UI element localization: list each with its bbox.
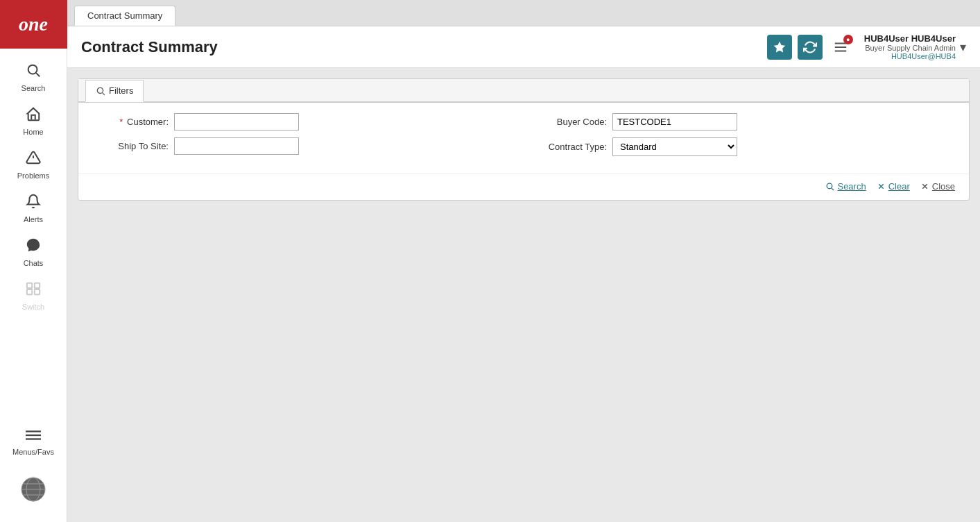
sidebar-item-switch[interactable]: Switch	[0, 274, 67, 318]
user-details: HUB4User HUB4User Buyer Supply Chain Adm…	[864, 33, 956, 60]
ship-to-site-input[interactable]	[174, 137, 299, 155]
sidebar-menus-label: Menus/Favs	[12, 448, 54, 456]
sidebar-search-label: Search	[22, 84, 46, 92]
right-column: Buyer Code: TESTCODE1 Contract Type: Sta…	[531, 113, 955, 156]
sidebar-item-home[interactable]: Home	[0, 99, 67, 143]
notification-badge: ●	[843, 35, 853, 44]
switch-icon	[26, 281, 41, 301]
contract-type-row: Contract Type: Standard Blanket Fixed	[531, 137, 955, 156]
sidebar-item-globe[interactable]	[0, 470, 67, 515]
svg-point-22	[827, 183, 833, 189]
home-icon	[26, 106, 41, 126]
contract-type-select[interactable]: Standard Blanket Fixed	[612, 137, 737, 156]
app-logo[interactable]: one	[0, 0, 67, 49]
filters-tab[interactable]: Filters	[85, 80, 144, 102]
logo-text: one	[19, 13, 48, 35]
sidebar-item-search[interactable]: Search	[0, 56, 67, 99]
customer-input[interactable]	[174, 113, 299, 130]
user-name: HUB4User HUB4User	[864, 33, 956, 44]
filters-actions: Search Clear Close	[78, 174, 969, 200]
buyer-code-label: Buyer Code:	[531, 117, 607, 127]
svg-point-20	[97, 87, 103, 93]
buyer-code-input[interactable]: TESTCODE1	[612, 113, 737, 130]
search-link[interactable]: Search	[825, 181, 866, 192]
close-link[interactable]: Close	[920, 181, 955, 192]
sidebar-chats-label: Chats	[24, 259, 44, 267]
search-icon	[26, 62, 41, 82]
customer-label: * Customer:	[92, 117, 169, 127]
chat-icon	[26, 237, 41, 257]
favorite-button[interactable]	[767, 35, 792, 60]
sidebar-problems-label: Problems	[17, 171, 49, 180]
tab-contract-summary[interactable]: Contract Summary	[74, 6, 175, 26]
svg-line-1	[36, 73, 40, 76]
menus-icon	[26, 428, 41, 446]
contract-type-label: Contract Type:	[531, 142, 607, 152]
sidebar-alerts-label: Alerts	[24, 215, 43, 224]
user-dropdown-arrow[interactable]: ▾	[960, 40, 966, 55]
filters-grid: * Customer: Ship To Site:	[92, 113, 955, 156]
svg-line-23	[832, 188, 834, 190]
svg-rect-4	[27, 283, 32, 288]
left-column: * Customer: Ship To Site:	[92, 113, 517, 156]
user-email: HUB4User@HUB4	[864, 52, 956, 60]
ship-to-site-label: Ship To Site:	[92, 141, 169, 151]
required-star: *	[119, 117, 123, 127]
user-info: HUB4User HUB4User Buyer Supply Chain Adm…	[864, 33, 966, 60]
ship-to-site-row: Ship To Site:	[92, 137, 517, 155]
svg-rect-6	[27, 289, 32, 294]
warning-icon	[26, 150, 41, 169]
page-title: Contract Summary	[81, 38, 767, 56]
svg-marker-16	[773, 41, 785, 52]
svg-line-21	[103, 92, 105, 94]
content-area: Filters * Customer:	[67, 68, 980, 522]
main-content: Contract Summary Contract Summary ●	[67, 0, 980, 522]
sidebar-switch-label: Switch	[22, 303, 44, 311]
svg-rect-5	[35, 283, 40, 288]
buyer-code-row: Buyer Code: TESTCODE1	[531, 113, 955, 130]
filters-panel: Filters * Customer:	[78, 78, 970, 201]
sidebar-item-alerts[interactable]: Alerts	[0, 187, 67, 230]
globe-icon	[21, 477, 46, 506]
svg-rect-7	[35, 289, 40, 294]
customer-row: * Customer:	[92, 113, 517, 130]
filters-tab-label: Filters	[109, 85, 133, 96]
sidebar-item-problems[interactable]: Problems	[0, 143, 67, 187]
filters-body: * Customer: Ship To Site:	[78, 102, 969, 167]
tab-bar: Contract Summary	[67, 0, 980, 26]
header-actions: ● HUB4User HUB4User Buyer Supply Chain A…	[767, 33, 966, 60]
sidebar: one Search Home Problems	[0, 0, 67, 522]
menu-button[interactable]: ●	[828, 35, 853, 60]
user-role: Buyer Supply Chain Admin	[864, 44, 956, 52]
clear-link[interactable]: Clear	[877, 181, 910, 192]
refresh-button[interactable]	[798, 35, 823, 60]
sidebar-item-menus[interactable]: Menus/Favs	[0, 421, 67, 463]
sidebar-home-label: Home	[23, 128, 43, 136]
bell-icon	[26, 194, 41, 213]
svg-point-0	[28, 65, 37, 74]
page-header: Contract Summary ● HU	[67, 26, 980, 68]
sidebar-item-chats[interactable]: Chats	[0, 230, 67, 274]
